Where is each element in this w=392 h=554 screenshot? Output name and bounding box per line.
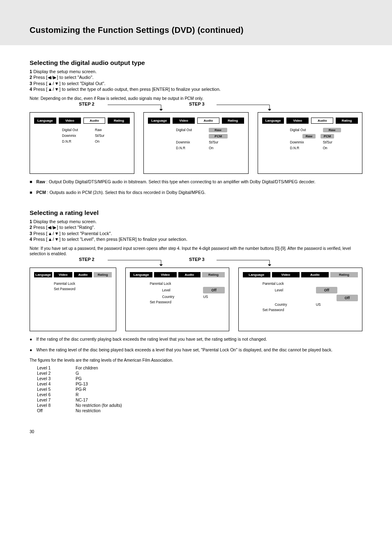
menu-rawpcm-row[interactable]: Raw PCM bbox=[290, 134, 358, 138]
left-arrow-icon: ◀ bbox=[48, 75, 51, 80]
sectionB-step4: Press [▲/▼] to select "Level", then pres… bbox=[30, 237, 362, 242]
menu-dnr[interactable]: D.N.ROn bbox=[62, 139, 130, 143]
tab-rating[interactable]: Rating bbox=[108, 118, 130, 124]
sectionA-heading: Selecting the digital audio output type bbox=[30, 59, 362, 67]
value-pill: Off bbox=[337, 295, 358, 301]
level-row: Level 1For children bbox=[37, 366, 362, 370]
value-pill: Raw bbox=[302, 134, 316, 138]
menu-set-password[interactable]: Set Password bbox=[150, 300, 224, 304]
optA-pcm: ■ PCM : Outputs audio in PCM (2ch). Sele… bbox=[30, 189, 362, 195]
page-body: Selecting the digital audio output type … bbox=[0, 59, 392, 459]
tab-audio[interactable]: Audio bbox=[311, 118, 333, 124]
page-title: Customizing the Function Settings (DVD) … bbox=[30, 25, 244, 35]
optA-raw: ■ Raw : Output Dolby Digital/DTS/MPEG au… bbox=[30, 179, 362, 185]
tab-rating[interactable]: Rating bbox=[330, 272, 358, 277]
menu-downmix[interactable]: DownmixSt/Sur bbox=[290, 140, 358, 144]
tab-rating[interactable]: Rating bbox=[202, 272, 225, 277]
menu-parental-lock[interactable]: Parental Lock bbox=[263, 282, 358, 286]
right-arrow-icon: ▶ bbox=[53, 75, 56, 80]
tab-video[interactable]: Video bbox=[173, 118, 195, 124]
menu-pcm-row[interactable]: PCM bbox=[176, 134, 244, 138]
sectionB-screens: Language Video Audio Rating Parental Loc… bbox=[30, 268, 362, 331]
svg-marker-2 bbox=[159, 109, 163, 111]
tab-video[interactable]: Video bbox=[154, 272, 177, 277]
tab-language[interactable]: Language bbox=[148, 118, 170, 124]
screenA3: Language Video Audio Rating Digital OutR… bbox=[258, 112, 362, 174]
tab-audio[interactable]: Audio bbox=[74, 272, 92, 277]
menu-dnr[interactable]: D.N.ROn bbox=[290, 146, 358, 150]
sectionB-steps: Display the setup menu screen. Press [◀/… bbox=[30, 219, 362, 242]
tab-audio[interactable]: Audio bbox=[83, 118, 106, 124]
tab-video[interactable]: Video bbox=[54, 272, 72, 277]
menu-set-password[interactable]: Set Password bbox=[54, 287, 112, 291]
sectionB-step3: Press [▲/▼] to select "Parental Lock". bbox=[30, 231, 362, 236]
value-pill: Off bbox=[203, 287, 224, 293]
level-row: Level 7NC-17 bbox=[37, 398, 362, 402]
value-pill: Off bbox=[316, 287, 337, 293]
tab-rating[interactable]: Rating bbox=[222, 118, 244, 124]
menu-set-password[interactable]: Set Password bbox=[263, 308, 358, 312]
flow-arrows-A: STEP 2 STEP 3 bbox=[30, 102, 362, 110]
tab-rating[interactable]: Rating bbox=[336, 118, 358, 124]
menu-dnr[interactable]: D.N.ROn bbox=[176, 146, 244, 150]
tab-rating[interactable]: Rating bbox=[94, 272, 112, 277]
menu-level[interactable]: LevelOff bbox=[162, 287, 224, 293]
screenB1: Language Video Audio Rating Parental Loc… bbox=[30, 268, 116, 331]
menu-downmix[interactable]: DownmixSt/Sur bbox=[176, 140, 244, 144]
header-band: Customizing the Function Settings (DVD) … bbox=[0, 0, 392, 45]
down-arrow-icon: ▼ bbox=[54, 231, 59, 236]
sectionB-bullet1: ●If the rating of the disc currently pla… bbox=[30, 336, 362, 342]
up-arrow-icon: ▲ bbox=[48, 81, 52, 86]
step2-label-A: STEP 2 bbox=[79, 102, 95, 106]
sectionA-step1: Display the setup menu screen. bbox=[30, 69, 362, 74]
screenB3: Language Video Audio Rating Parental Loc… bbox=[238, 268, 362, 331]
up-arrow-icon: ▲ bbox=[48, 87, 52, 92]
sectionB-bullet2: ●When the rating level of the disc being… bbox=[30, 347, 362, 353]
value-pill: Raw bbox=[209, 128, 227, 132]
flow-arrows-B: STEP 2 STEP 3 bbox=[30, 258, 362, 265]
screenA1: Language Video Audio Rating Digital OutR… bbox=[30, 112, 134, 174]
tab-language[interactable]: Language bbox=[130, 272, 152, 277]
tab-audio[interactable]: Audio bbox=[197, 118, 219, 124]
level-row: Level 8No restriction (for adults) bbox=[37, 403, 362, 408]
tab-language[interactable]: Language bbox=[34, 118, 56, 124]
down-arrow-icon: ▼ bbox=[54, 81, 59, 86]
sectionB-step1: Display the setup menu screen. bbox=[30, 219, 362, 224]
step3-label-B: STEP 3 bbox=[189, 257, 205, 262]
menu-digitalout[interactable]: Digital OutRaw bbox=[62, 128, 130, 132]
left-arrow-icon: ◀ bbox=[48, 225, 51, 230]
sectionB-step2: Press [◀/▶] to select "Rating". bbox=[30, 225, 362, 230]
menu-parental-lock[interactable]: Parental Lock bbox=[54, 282, 112, 286]
level-row: OffNo restriction bbox=[37, 409, 362, 413]
menu-off-value[interactable]: Off bbox=[263, 295, 358, 301]
menu-digitalout[interactable]: Digital OutRaw bbox=[176, 128, 244, 132]
tab-video[interactable]: Video bbox=[59, 118, 81, 124]
tab-video[interactable]: Video bbox=[286, 118, 309, 124]
screenB2: Language Video Audio Rating Parental Loc… bbox=[125, 268, 229, 331]
levels-intro: The figures for the levels are the ratin… bbox=[30, 358, 362, 363]
sectionB-heading: Selecting a rating level bbox=[30, 209, 362, 217]
value-pill: PCM bbox=[209, 134, 228, 138]
level-row: Level 4PG-13 bbox=[37, 382, 362, 386]
tabbar: Language Video Audio Rating bbox=[34, 118, 130, 124]
tab-audio[interactable]: Audio bbox=[178, 272, 201, 277]
menu-downmix[interactable]: DownmixSt/Sur bbox=[62, 134, 130, 138]
value-pill: PCM bbox=[321, 134, 334, 138]
screenA2: Language Video Audio Rating Digital OutR… bbox=[143, 112, 248, 174]
sectionB-note: Note: If you have set up a password, the… bbox=[30, 246, 362, 257]
tab-language[interactable]: Language bbox=[262, 118, 284, 124]
menu-country[interactable]: CountryUS bbox=[162, 295, 224, 299]
level-row: Level 5PG-R bbox=[37, 387, 362, 392]
menu-country[interactable]: CountryUS bbox=[275, 302, 358, 307]
tab-language[interactable]: Language bbox=[34, 272, 52, 277]
menu-level[interactable]: LevelOff bbox=[275, 287, 358, 293]
tab-language[interactable]: Language bbox=[243, 272, 270, 277]
step2-label-B: STEP 2 bbox=[79, 257, 95, 262]
tab-video[interactable]: Video bbox=[272, 272, 300, 277]
menu-digitalout[interactable]: Digital OutRaw bbox=[290, 128, 358, 132]
level-row: Level 3PG bbox=[37, 376, 362, 381]
tab-audio[interactable]: Audio bbox=[301, 272, 329, 277]
down-arrow-icon: ▼ bbox=[54, 237, 59, 242]
menu-parental-lock[interactable]: Parental Lock bbox=[150, 282, 224, 286]
svg-marker-11 bbox=[268, 264, 271, 266]
